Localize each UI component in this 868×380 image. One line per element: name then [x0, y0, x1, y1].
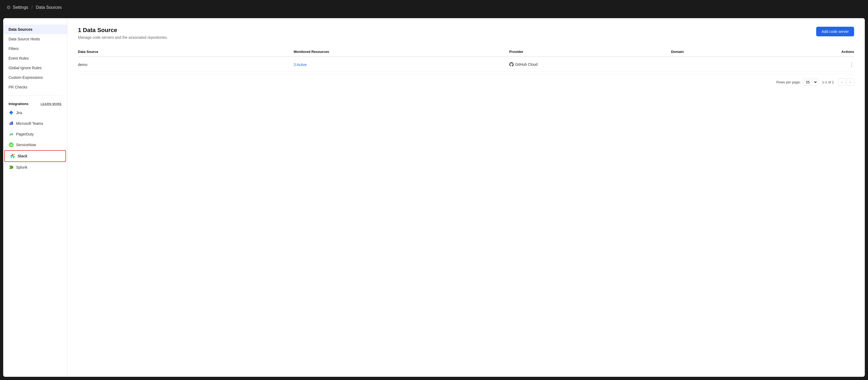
- sidebar-divider: [7, 95, 63, 95]
- rows-per-page-label: Rows per page:: [776, 80, 801, 84]
- sidebar-item-servicenow[interactable]: sn ServiceNow: [3, 140, 67, 150]
- sidebar-item-microsoft-teams[interactable]: Microsoft Teams: [3, 118, 67, 129]
- sidebar-data-source-hosts-label: Data Source Hosts: [8, 37, 40, 41]
- topbar: ⚙ Settings / Data Sources: [0, 0, 868, 15]
- microsoft-teams-icon: [8, 121, 14, 126]
- svg-rect-11: [13, 156, 14, 158]
- microsoft-teams-label: Microsoft Teams: [16, 121, 43, 125]
- sidebar-item-event-rules[interactable]: Event Rules: [3, 54, 67, 63]
- content-header: 1 Data Source Manage code servers and th…: [78, 27, 854, 39]
- table-header-provider: Provider: [509, 50, 671, 54]
- sidebar-global-ignore-rules-label: Global Ignore Rules: [8, 66, 42, 70]
- sidebar-item-splunk[interactable]: Splunk: [3, 162, 67, 173]
- sidebar-item-pagerduty[interactable]: pd PagerDuty: [3, 129, 67, 140]
- sidebar-integrations-section: Integrations LEARN MORE: [3, 98, 67, 173]
- pagination-prev-button[interactable]: ‹: [838, 78, 845, 86]
- sidebar-nav-section: Data Sources Data Source Hosts Filters E…: [3, 25, 67, 92]
- table-cell-data-source-name: demo: [78, 62, 293, 67]
- sidebar-item-data-source-hosts[interactable]: Data Source Hosts: [3, 34, 67, 44]
- pagination-rows-per-page: Rows per page: 25 50 100: [776, 79, 818, 86]
- github-cloud-value: GitHub Cloud: [509, 62, 538, 66]
- settings-gear-icon: ⚙: [6, 4, 11, 10]
- slack-label: Slack: [18, 154, 28, 158]
- pagerduty-label: PagerDuty: [16, 132, 34, 136]
- table-cell-provider: GitHub Cloud: [509, 62, 671, 67]
- add-code-server-button[interactable]: Add code server: [816, 27, 854, 36]
- sidebar-item-data-sources[interactable]: Data Sources: [3, 25, 67, 34]
- svg-point-2: [11, 121, 13, 123]
- servicenow-icon: sn: [8, 142, 14, 147]
- sidebar-item-pr-checks[interactable]: PR Checks: [3, 82, 67, 92]
- table-cell-actions-menu[interactable]: ⋮: [833, 62, 854, 68]
- sidebar-filters-label: Filters: [8, 47, 19, 51]
- page-title-breadcrumb: Data Sources: [36, 5, 62, 10]
- table-header-row: Data Source Monitored Resources Provider…: [78, 47, 854, 57]
- servicenow-label: ServiceNow: [16, 143, 36, 147]
- pagination-next-button[interactable]: ›: [847, 78, 854, 86]
- svg-marker-15: [12, 166, 13, 169]
- content-subtitle: Manage code servers and the associated r…: [78, 35, 168, 39]
- pagination-nav: ‹ ›: [838, 78, 854, 86]
- table-header-data-source: Data Source: [78, 50, 293, 54]
- sidebar-item-slack[interactable]: Slack: [4, 150, 66, 162]
- jira-label: Jira: [16, 111, 22, 115]
- sidebar-item-filters[interactable]: Filters: [3, 44, 67, 54]
- splunk-label: Splunk: [16, 165, 28, 169]
- sidebar-item-jira[interactable]: Jira: [3, 108, 67, 118]
- breadcrumb-separator: /: [32, 5, 33, 10]
- sidebar-event-rules-label: Event Rules: [8, 56, 29, 60]
- main-content: 1 Data Source Manage code servers and th…: [67, 18, 865, 377]
- content-title: 1 Data Source: [78, 27, 168, 34]
- svg-text:sn: sn: [10, 144, 13, 146]
- table-cell-monitored-resources[interactable]: 3 Active: [293, 62, 509, 67]
- sidebar: Data Sources Data Source Hosts Filters E…: [3, 18, 67, 377]
- pagination: Rows per page: 25 50 100 1-1 of 1 ‹ ›: [78, 74, 854, 90]
- svg-point-3: [10, 122, 11, 123]
- svg-rect-7: [11, 155, 13, 156]
- svg-rect-13: [13, 154, 14, 156]
- svg-rect-9: [11, 156, 13, 157]
- settings-label: Settings: [13, 5, 28, 10]
- pagination-range: 1-1 of 1: [822, 80, 834, 84]
- rows-per-page-select[interactable]: 25 50 100: [803, 79, 818, 86]
- learn-more-link[interactable]: LEARN MORE: [40, 103, 62, 106]
- splunk-icon: [8, 165, 14, 170]
- sidebar-data-sources-label: Data Sources: [8, 27, 32, 32]
- sidebar-custom-expressions-label: Custom Expressions: [8, 75, 43, 80]
- svg-rect-1: [9, 123, 12, 125]
- content-title-group: 1 Data Source Manage code servers and th…: [78, 27, 168, 39]
- table-row: demo 3 Active GitHub Cloud ⋮: [78, 58, 854, 71]
- pagerduty-icon: pd: [8, 131, 14, 137]
- sidebar-pr-checks-label: PR Checks: [8, 85, 27, 89]
- data-sources-table: Data Source Monitored Resources Provider…: [78, 47, 854, 90]
- jira-icon: [8, 110, 14, 115]
- table-header-actions: Actions: [833, 50, 854, 54]
- sidebar-item-global-ignore-rules[interactable]: Global Ignore Rules: [3, 63, 67, 73]
- integrations-heading: Integrations LEARN MORE: [3, 98, 67, 108]
- slack-icon: [10, 153, 16, 159]
- integrations-heading-label: Integrations: [8, 102, 28, 106]
- table-header-domain: Domain: [671, 50, 833, 54]
- main-wrapper: Data Sources Data Source Hosts Filters E…: [3, 18, 865, 377]
- table-header-monitored-resources: Monitored Resources: [293, 50, 509, 54]
- sidebar-item-custom-expressions[interactable]: Custom Expressions: [3, 73, 67, 82]
- row-actions-icon[interactable]: ⋮: [849, 62, 854, 68]
